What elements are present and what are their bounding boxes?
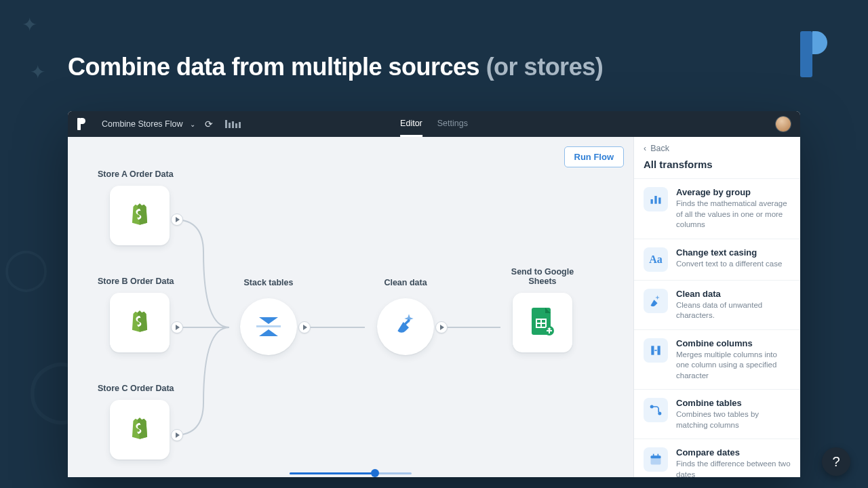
stack-tables-icon	[256, 314, 281, 339]
history-bars-icon[interactable]	[225, 120, 241, 128]
combine-columns-icon	[644, 338, 668, 363]
transform-combine-tables[interactable]: Combine tables Combines two tables by ma…	[634, 389, 800, 439]
transform-desc: Finds the mathematical average of all th…	[676, 199, 791, 230]
app-logo-icon[interactable]	[77, 118, 85, 130]
page-title-sub: (or stores)	[479, 53, 603, 81]
transforms-panel: ‹ Back All transforms Average by group F…	[633, 137, 800, 477]
svg-rect-18	[651, 455, 661, 458]
svg-rect-20	[658, 454, 659, 457]
user-avatar[interactable]	[776, 117, 791, 131]
transform-desc: Combines two tables by matching columns	[676, 409, 791, 430]
panel-title: All transforms	[644, 159, 791, 170]
page-title-main: Combine data from multiple sources	[68, 53, 479, 81]
transform-name: Combine columns	[676, 338, 791, 348]
tab-editor[interactable]: Editor	[400, 111, 422, 137]
transform-combine-columns[interactable]: Combine columns Merges multiple columns …	[634, 329, 800, 390]
node-store-a[interactable]	[110, 186, 170, 245]
svg-rect-0	[403, 319, 410, 327]
node-send-google-sheets[interactable]	[513, 293, 572, 352]
svg-rect-10	[651, 199, 653, 204]
svg-rect-7	[540, 319, 542, 328]
node-label-clean: Clean data	[370, 278, 441, 287]
refresh-icon[interactable]: ⟳	[205, 119, 213, 129]
clean-data-icon	[392, 312, 419, 342]
node-stack-tables[interactable]	[240, 298, 297, 355]
flow-canvas[interactable]: Run Flow Store A Order Data Store B Orde…	[68, 137, 633, 477]
shopify-icon	[127, 201, 153, 230]
flow-selector[interactable]: Combine Stores Flow ⌄	[102, 119, 195, 129]
node-port-store-b-out[interactable]	[171, 321, 183, 333]
transform-name: Compare dates	[676, 447, 791, 458]
transform-compare-dates[interactable]: Compare dates Finds the difference betwe…	[634, 439, 800, 477]
help-icon: ?	[832, 454, 840, 470]
svg-rect-13	[651, 346, 654, 354]
transform-desc: Convert text to a different case	[676, 259, 782, 270]
view-tabs: Editor Settings	[400, 111, 468, 137]
shopify-icon	[127, 415, 153, 444]
average-icon	[644, 187, 668, 211]
node-port-store-a-out[interactable]	[171, 214, 183, 226]
work-area: Run Flow Store A Order Data Store B Orde…	[68, 137, 800, 477]
svg-rect-8	[545, 319, 547, 328]
transform-name: Average by group	[676, 187, 791, 197]
transforms-list: Average by group Finds the mathematical …	[634, 178, 800, 477]
node-store-c[interactable]	[110, 400, 170, 460]
chevron-left-icon: ‹	[644, 144, 646, 153]
run-flow-button[interactable]: Run Flow	[564, 146, 625, 167]
node-port-clean-out[interactable]	[435, 321, 448, 333]
svg-rect-11	[654, 196, 656, 204]
transform-name: Clean data	[676, 289, 791, 299]
svg-point-16	[658, 412, 660, 414]
node-label-store-b: Store B Order Data	[98, 277, 186, 286]
tab-settings[interactable]: Settings	[437, 111, 468, 137]
node-clean-data[interactable]	[377, 298, 434, 355]
svg-rect-19	[653, 454, 654, 457]
transform-average-by-group[interactable]: Average by group Finds the mathematical …	[634, 178, 800, 239]
help-button[interactable]: ?	[822, 447, 850, 476]
combine-tables-icon	[644, 398, 668, 422]
transform-name: Combine tables	[676, 398, 791, 408]
page-title: Combine data from multiple sources (or s…	[68, 53, 603, 81]
node-port-store-c-out[interactable]	[171, 429, 183, 441]
app-window: Combine Stores Flow ⌄ ⟳ Editor Settings …	[68, 111, 800, 477]
shopify-icon	[127, 308, 153, 337]
back-label: Back	[650, 144, 669, 153]
svg-rect-14	[658, 346, 660, 354]
node-label-stack: Stack tables	[233, 278, 304, 287]
clean-data-icon	[644, 289, 668, 313]
svg-point-15	[651, 405, 653, 407]
node-label-store-c: Store C Order Data	[98, 384, 186, 393]
zoom-slider[interactable]	[290, 472, 412, 474]
flow-name-label: Combine Stores Flow	[102, 119, 183, 129]
svg-rect-12	[658, 198, 660, 204]
chevron-down-icon: ⌄	[190, 121, 195, 128]
app-toolbar: Combine Stores Flow ⌄ ⟳ Editor Settings	[68, 111, 800, 137]
node-label-store-a: Store A Order Data	[98, 169, 186, 179]
transform-change-text-casing[interactable]: Aa Change text casing Convert text to a …	[634, 239, 800, 280]
transform-clean-data[interactable]: Clean data Cleans data of unwanted chara…	[634, 280, 800, 329]
svg-rect-6	[536, 319, 537, 328]
transform-name: Change text casing	[676, 247, 782, 258]
transform-desc: Merges multiple columns into one column …	[676, 350, 791, 382]
compare-dates-icon	[644, 447, 668, 472]
transform-desc: Finds the difference between two dates	[676, 459, 791, 477]
transform-desc: Cleans data of unwanted characters.	[676, 300, 791, 321]
panel-back-button[interactable]: ‹ Back	[644, 144, 791, 153]
node-label-send: Send to Google Sheets	[502, 267, 583, 286]
text-casing-icon: Aa	[644, 247, 668, 272]
brand-logo	[800, 31, 829, 77]
node-store-b[interactable]	[110, 293, 170, 352]
node-port-stack-out[interactable]	[298, 321, 311, 333]
google-sheets-icon	[530, 306, 555, 339]
